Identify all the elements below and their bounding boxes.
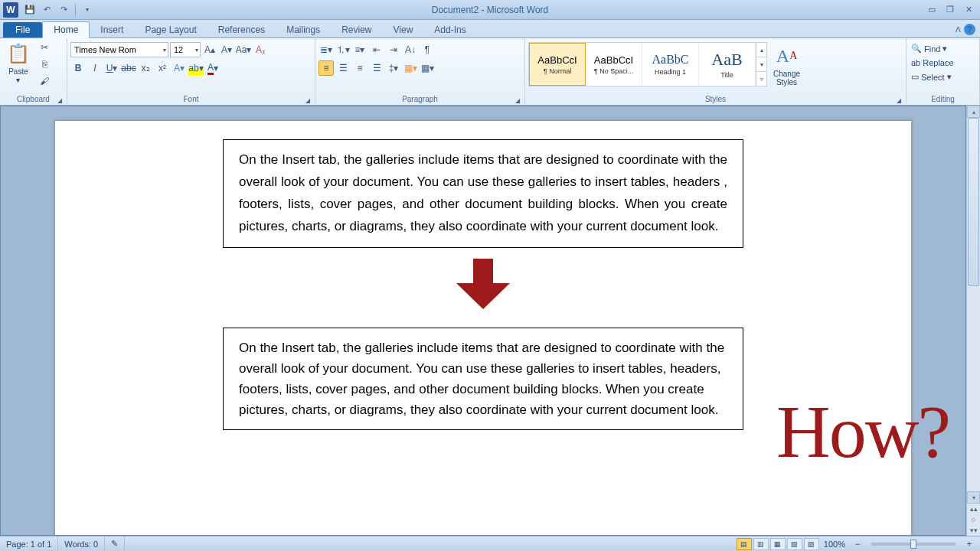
word-app-icon[interactable]: W [3,2,18,18]
style-heading1[interactable]: AaBbCHeading 1 [642,43,699,86]
show-marks-icon[interactable]: ¶ [420,42,435,57]
help-icon[interactable]: ? [964,24,975,35]
subscript-icon[interactable]: x₂ [138,60,153,76]
zoom-level[interactable]: 100% [824,540,845,549]
zoom-knob[interactable] [910,540,916,549]
tab-file[interactable]: File [3,22,42,37]
tab-page-layout[interactable]: Page Layout [134,22,207,37]
zoom-out-icon[interactable]: − [850,536,865,552]
view-web-layout-icon[interactable]: ▦ [770,538,786,550]
font-size-combo[interactable]: 12▾ [170,42,201,57]
status-words[interactable]: Words: 0 [58,536,105,551]
cut-icon[interactable]: ✂ [37,40,52,55]
align-left-icon[interactable]: ≡ [318,60,334,76]
gallery-row-down-icon[interactable]: ▾ [756,57,766,72]
paste-button[interactable]: 📋 Paste▾ [3,40,34,86]
browse-object-icon[interactable]: ○ [967,514,980,525]
font-launcher-icon[interactable]: ◢ [305,97,310,104]
restore-icon[interactable]: ❐ [943,5,957,15]
view-outline-icon[interactable]: ▧ [787,538,802,550]
clipboard-launcher-icon[interactable]: ◢ [57,97,62,104]
align-right-icon[interactable]: ≡ [352,60,368,76]
tab-insert[interactable]: Insert [90,22,134,37]
bold-icon[interactable]: B [70,60,86,76]
minimize-icon[interactable]: ▭ [925,5,939,15]
redo-icon[interactable]: ↷ [57,3,70,17]
paste-icon: 📋 [6,41,31,66]
tab-references[interactable]: References [207,22,276,37]
save-icon[interactable]: 💾 [23,3,37,17]
text-box-after[interactable]: On the Insert tab, the galleries include… [223,328,743,431]
style-normal[interactable]: AaBbCcI¶ Normal [529,43,586,86]
next-page-icon[interactable]: ▾▾ [967,525,980,536]
tab-home[interactable]: Home [42,21,90,38]
view-draft-icon[interactable]: ▨ [804,538,819,550]
underline-icon[interactable]: U▾ [104,60,119,76]
status-page[interactable]: Page: 1 of 1 [0,536,58,551]
styles-launcher-icon[interactable]: ◢ [897,97,901,104]
strikethrough-icon[interactable]: abc [121,60,136,76]
multilevel-list-icon[interactable]: ≡▾ [352,42,368,57]
superscript-icon[interactable]: x² [155,60,170,76]
tab-mailings[interactable]: Mailings [276,22,331,37]
justify-icon[interactable]: ☰ [369,60,384,76]
view-print-layout-icon[interactable]: ▤ [737,538,752,550]
view-full-screen-icon[interactable]: ▥ [753,538,769,550]
zoom-slider[interactable] [871,543,956,546]
status-proofing-icon[interactable]: ✎ [105,536,125,551]
prev-page-icon[interactable]: ▴▴ [967,504,980,514]
tab-addins[interactable]: Add-Ins [423,22,476,37]
sort-icon[interactable]: A↓ [403,42,418,57]
gallery-expand-icon[interactable]: ▿ [756,72,766,86]
tab-review[interactable]: Review [331,22,382,37]
annotation-how[interactable]: How? [776,389,949,474]
gallery-row-up-icon[interactable]: ▴ [756,43,766,57]
scroll-thumb[interactable] [968,118,979,286]
change-case-icon[interactable]: Aa▾ [236,42,251,57]
borders-icon[interactable]: ▦▾ [420,60,435,76]
font-name-combo[interactable]: Times New Rom▾ [70,42,168,57]
group-clipboard: 📋 Paste▾ ✂ ⎘ 🖌 Clipboard◢ [0,38,67,105]
tab-view[interactable]: View [383,22,424,37]
find-button[interactable]: 🔍Find ▾ [910,43,956,54]
qat-customize-icon[interactable]: ▾ [80,3,94,17]
shading-icon[interactable]: ▦▾ [403,60,418,76]
change-styles-button[interactable]: AA Change Styles [770,42,803,88]
replace-button[interactable]: abReplace [910,57,956,68]
align-center-icon[interactable]: ☰ [335,60,351,76]
bullets-icon[interactable]: ≣▾ [318,42,334,57]
numbering-icon[interactable]: ⒈▾ [335,42,351,57]
scroll-up-icon[interactable]: ▴ [967,106,980,118]
editing-label: Editing [910,94,976,105]
group-paragraph: ≣▾ ⒈▾ ≡▾ ⇤ ⇥ A↓ ¶ ≡ ☰ ≡ ☰ ‡▾ ▦▾ ▦▾ Parag… [315,38,525,105]
highlight-icon[interactable]: ab▾ [188,60,204,76]
copy-icon[interactable]: ⎘ [37,57,52,72]
document-area[interactable]: On the Insert tab, the galleries include… [0,106,966,536]
style-no-spacing[interactable]: AaBbCcI¶ No Spaci... [586,43,642,86]
decrease-indent-icon[interactable]: ⇤ [369,42,384,57]
line-spacing-icon[interactable]: ‡▾ [386,60,401,76]
minimize-ribbon-icon[interactable]: ᐱ [956,25,961,34]
find-icon: 🔍 [911,44,922,54]
paragraph-launcher-icon[interactable]: ◢ [515,97,520,104]
arrow-down-shape[interactable] [456,259,510,312]
style-title[interactable]: AaBTitle [699,43,756,86]
scroll-down-icon[interactable]: ▾ [967,491,980,504]
scroll-track[interactable] [967,118,980,491]
status-bar: Page: 1 of 1 Words: 0 ✎ ▤ ▥ ▦ ▧ ▨ 100% −… [0,536,980,551]
font-color-icon[interactable]: A▾ [205,60,220,76]
group-editing: 🔍Find ▾ abReplace ▭Select ▾ Editing [906,38,980,105]
italic-icon[interactable]: I [87,60,103,76]
grow-font-icon[interactable]: A▴ [202,42,217,57]
increase-indent-icon[interactable]: ⇥ [386,42,401,57]
document-page[interactable]: On the Insert tab, the galleries include… [54,120,912,536]
clear-formatting-icon[interactable]: Aᵪ [253,42,268,57]
format-painter-icon[interactable]: 🖌 [37,73,52,89]
select-button[interactable]: ▭Select ▾ [910,71,956,83]
close-icon[interactable]: ✕ [962,5,975,15]
text-effects-icon[interactable]: A▾ [172,60,187,76]
undo-icon[interactable]: ↶ [40,3,54,17]
zoom-in-icon[interactable]: + [962,536,977,552]
text-box-before[interactable]: On the Insert tab, the galleries include… [223,139,743,248]
shrink-font-icon[interactable]: A▾ [219,42,234,57]
